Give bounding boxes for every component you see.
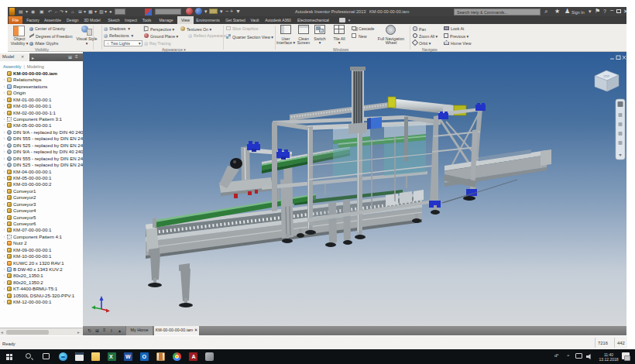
svg-text:TOP: TOP (603, 74, 610, 78)
